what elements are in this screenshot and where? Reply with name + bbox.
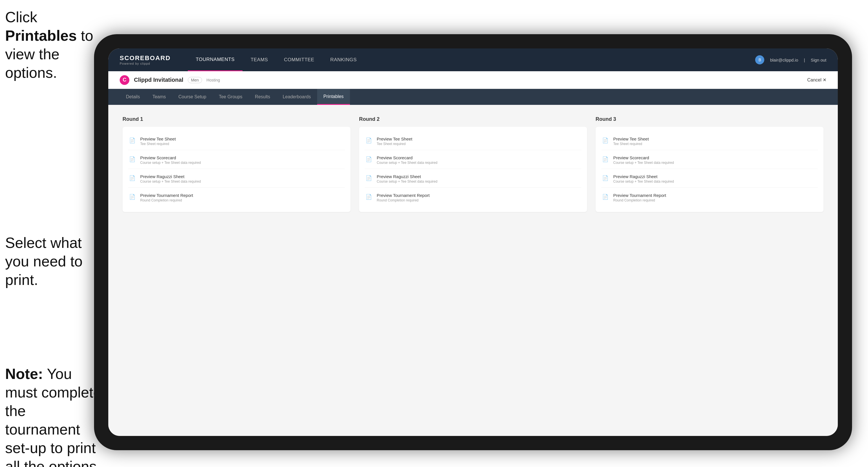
round-1-title: Round 1	[123, 116, 350, 122]
r3-tee-label: Preview Tee Sheet	[613, 136, 649, 141]
round-2-tee-sheet[interactable]: 📄 Preview Tee Sheet Tee Sheet required	[365, 132, 581, 150]
doc-icon: 📄	[128, 155, 136, 163]
separator: |	[804, 58, 805, 62]
round-1-raguzzi[interactable]: 📄 Preview Raguzzi Sheet Course setup + T…	[128, 170, 345, 188]
tab-printables[interactable]: Printables	[317, 89, 350, 105]
tab-course-setup[interactable]: Course Setup	[172, 89, 213, 105]
doc-icon: 📄	[601, 155, 609, 163]
tablet-screen: SCOREBOARD Powered by clippd TOURNAMENTS…	[108, 49, 838, 436]
main-content: Round 1 📄 Preview Tee Sheet Tee Sheet re…	[108, 105, 838, 436]
doc-icon: 📄	[365, 155, 373, 163]
round-1-tournament-report[interactable]: 📄 Preview Tournament Report Round Comple…	[128, 189, 345, 206]
tournament-bar: C Clippd Invitational Men Hosting Cancel…	[108, 71, 838, 89]
round-3-raguzzi[interactable]: 📄 Preview Raguzzi Sheet Course setup + T…	[601, 170, 818, 188]
round-3-section: Round 3 📄 Preview Tee Sheet Tee Sheet re…	[596, 116, 824, 212]
main-nav-items: TOURNAMENTS TEAMS COMMITTEE RANKINGS	[188, 49, 755, 71]
top-nav: SCOREBOARD Powered by clippd TOURNAMENTS…	[108, 49, 838, 71]
doc-icon: 📄	[128, 136, 136, 145]
instruction-bottom: Note: You must complete the tournament s…	[5, 365, 102, 467]
r2-report-sub: Round Completion required	[377, 198, 430, 202]
round-3-card: 📄 Preview Tee Sheet Tee Sheet required 📄…	[596, 127, 824, 212]
r3-report-label: Preview Tournament Report	[613, 193, 666, 198]
printables-bold: Printables	[5, 27, 76, 44]
doc-icon: 📄	[601, 136, 609, 145]
round-2-tournament-report[interactable]: 📄 Preview Tournament Report Round Comple…	[365, 189, 581, 206]
tournament-name: Clippd Invitational	[134, 76, 183, 83]
r3-tee-sub: Tee Sheet required	[613, 142, 649, 146]
cancel-button[interactable]: Cancel ✕	[807, 77, 827, 83]
instruction-top: Click Printables to view the options.	[5, 8, 96, 82]
r2-tee-sub: Tee Sheet required	[377, 142, 412, 146]
r1-tee-sub: Tee Sheet required	[140, 142, 176, 146]
r2-report-label: Preview Tournament Report	[377, 193, 430, 198]
tab-tee-groups[interactable]: Tee Groups	[213, 89, 249, 105]
avatar: B	[755, 55, 764, 64]
round-1-card: 📄 Preview Tee Sheet Tee Sheet required 📄…	[123, 127, 350, 212]
r1-scorecard-sub: Course setup + Tee Sheet data required	[140, 161, 201, 165]
tab-teams[interactable]: Teams	[146, 89, 172, 105]
tournament-status: Hosting	[207, 78, 220, 82]
round-2-card: 📄 Preview Tee Sheet Tee Sheet required 📄…	[359, 127, 587, 212]
round-1-tee-sheet[interactable]: 📄 Preview Tee Sheet Tee Sheet required	[128, 132, 345, 150]
tournament-logo-icon: C	[120, 75, 129, 85]
user-email: blair@clippd.io	[770, 58, 798, 62]
doc-icon: 📄	[601, 174, 609, 182]
note-bold: Note:	[5, 366, 43, 382]
doc-icon: 📄	[365, 193, 373, 201]
r2-tee-label: Preview Tee Sheet	[377, 136, 412, 141]
round-2-title: Round 2	[359, 116, 587, 122]
r3-scorecard-label: Preview Scorecard	[613, 155, 674, 160]
round-2-raguzzi[interactable]: 📄 Preview Raguzzi Sheet Course setup + T…	[365, 170, 581, 188]
doc-icon: 📄	[601, 193, 609, 201]
nav-rankings[interactable]: RANKINGS	[322, 49, 365, 71]
round-3-tee-sheet[interactable]: 📄 Preview Tee Sheet Tee Sheet required	[601, 132, 818, 150]
logo-title: SCOREBOARD	[120, 55, 171, 62]
nav-teams[interactable]: TEAMS	[243, 49, 276, 71]
r3-scorecard-sub: Course setup + Tee Sheet data required	[613, 161, 674, 165]
tab-leaderboards[interactable]: Leaderboards	[276, 89, 317, 105]
doc-icon: 📄	[365, 136, 373, 145]
r2-scorecard-sub: Course setup + Tee Sheet data required	[377, 161, 437, 165]
r1-report-label: Preview Tournament Report	[140, 193, 193, 198]
rounds-grid: Round 1 📄 Preview Tee Sheet Tee Sheet re…	[123, 116, 824, 212]
doc-icon: 📄	[128, 193, 136, 201]
sub-nav: Details Teams Course Setup Tee Groups Re…	[108, 89, 838, 105]
tab-results[interactable]: Results	[249, 89, 276, 105]
r3-report-sub: Round Completion required	[613, 198, 666, 202]
doc-icon: 📄	[365, 174, 373, 182]
r1-raguzzi-label: Preview Raguzzi Sheet	[140, 174, 201, 179]
logo-subtitle: Powered by clippd	[120, 62, 171, 65]
round-2-scorecard[interactable]: 📄 Preview Scorecard Course setup + Tee S…	[365, 151, 581, 169]
tablet-frame: SCOREBOARD Powered by clippd TOURNAMENTS…	[94, 34, 852, 450]
nav-committee[interactable]: COMMITTEE	[276, 49, 322, 71]
r1-report-sub: Round Completion required	[140, 198, 193, 202]
nav-right: B blair@clippd.io | Sign out	[755, 55, 827, 64]
scoreboard-logo: SCOREBOARD Powered by clippd	[120, 55, 171, 65]
tournament-division: Men	[188, 77, 202, 83]
nav-tournaments[interactable]: TOURNAMENTS	[188, 49, 243, 71]
sign-out-link[interactable]: Sign out	[811, 58, 827, 62]
round-3-title: Round 3	[596, 116, 824, 122]
round-1-scorecard[interactable]: 📄 Preview Scorecard Course setup + Tee S…	[128, 151, 345, 169]
round-1-section: Round 1 📄 Preview Tee Sheet Tee Sheet re…	[123, 116, 350, 212]
r1-raguzzi-sub: Course setup + Tee Sheet data required	[140, 180, 201, 184]
r2-scorecard-label: Preview Scorecard	[377, 155, 437, 160]
r1-tee-label: Preview Tee Sheet	[140, 136, 176, 141]
round-2-section: Round 2 📄 Preview Tee Sheet Tee Sheet re…	[359, 116, 587, 212]
round-3-tournament-report[interactable]: 📄 Preview Tournament Report Round Comple…	[601, 189, 818, 206]
r3-raguzzi-sub: Course setup + Tee Sheet data required	[613, 180, 674, 184]
r2-raguzzi-label: Preview Raguzzi Sheet	[377, 174, 437, 179]
round-3-scorecard[interactable]: 📄 Preview Scorecard Course setup + Tee S…	[601, 151, 818, 169]
tab-details[interactable]: Details	[120, 89, 146, 105]
r1-scorecard-label: Preview Scorecard	[140, 155, 201, 160]
r2-raguzzi-sub: Course setup + Tee Sheet data required	[377, 180, 437, 184]
doc-icon: 📄	[128, 174, 136, 182]
instruction-middle: Select what you need to print.	[5, 234, 96, 289]
r3-raguzzi-label: Preview Raguzzi Sheet	[613, 174, 674, 179]
